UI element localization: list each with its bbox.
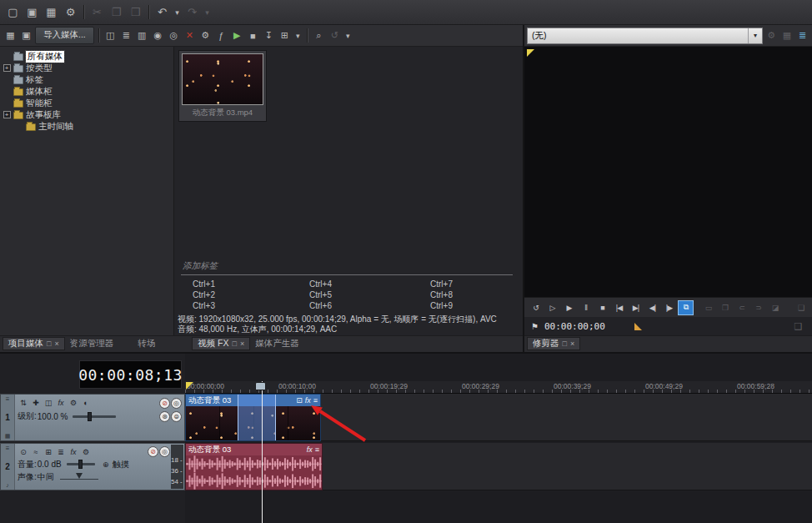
go-to-end-button[interactable]: ▶| <box>628 300 644 315</box>
automation-mode-label[interactable]: 触摸 <box>113 459 129 470</box>
tab-media-generators[interactable]: 媒体产生器 <box>250 337 304 350</box>
track-fx-icon[interactable]: fx <box>68 446 79 457</box>
track-2-header[interactable]: ≡ 2 ♪ ⊙ ≈ ⊞ ≣ fx ⚙ ⊘ ◎ 音量: 0.0 dB <box>0 443 185 490</box>
play-button[interactable]: ▶ <box>561 300 577 315</box>
clip-selection-region[interactable] <box>238 395 276 440</box>
volume-slider[interactable] <box>67 463 95 465</box>
extract-audio-icon[interactable]: ◎ <box>167 28 181 43</box>
tree-item-tags[interactable]: 标签 <box>3 74 173 85</box>
go-to-start-button[interactable]: |◀ <box>611 300 627 315</box>
import-media-button[interactable]: 导入媒体... <box>35 27 94 44</box>
close-icon[interactable]: × <box>54 340 58 348</box>
trimmer-media-dropdown[interactable]: (无) ▾ <box>527 28 763 44</box>
views-icon[interactable]: ◫ <box>103 28 118 43</box>
mark-out-button[interactable]: ⊃ <box>750 300 766 315</box>
audio-track-lane[interactable]: 动态背景 03 fx ≡ <box>185 443 812 490</box>
grid-view-menu-icon[interactable]: ▾ <box>293 27 303 44</box>
auto-preview-icon[interactable]: ↧ <box>262 28 276 43</box>
float-icon[interactable]: □ <box>47 340 51 348</box>
track-1-header[interactable]: ≡ 1 ▦ ⇅ ✚ ◫ fx ⚙ ◐ ⊘ ◎ 级别: 100.0 % <box>0 394 185 441</box>
solo-button[interactable]: ◎ <box>171 398 182 409</box>
chevron-down-icon[interactable]: ▾ <box>748 28 762 43</box>
bypass-motion-blur-icon[interactable]: ◫ <box>43 398 54 409</box>
record-arm-icon[interactable]: ⊙ <box>18 446 29 457</box>
tree-item-smart-bins[interactable]: 智能柜 <box>3 98 173 108</box>
volume-value[interactable]: 0.0 dB <box>38 460 62 469</box>
tab-transitions[interactable]: 转场 <box>133 337 160 350</box>
audio-clip[interactable]: 动态背景 03 fx ≡ <box>185 443 323 490</box>
paste-button[interactable]: ❒ <box>127 3 144 21</box>
trimmer-properties-icon[interactable]: ⚙ <box>764 28 779 43</box>
pan-crop-icon[interactable]: ⊡ <box>296 397 303 405</box>
create-subclip-button[interactable]: ◪ <box>767 300 783 315</box>
tree-item-by-type[interactable]: + 按类型 <box>3 63 173 73</box>
pause-button[interactable]: ‖ <box>578 300 594 315</box>
pan-value[interactable]: 中间 <box>38 471 54 483</box>
event-menu-icon[interactable]: ≡ <box>313 397 318 405</box>
undo-button[interactable]: ↶ <box>153 3 171 21</box>
solo-button[interactable]: ◎ <box>159 446 170 457</box>
save-project-button[interactable]: ▦ <box>43 3 60 21</box>
cut-button[interactable]: ✂ <box>88 3 106 21</box>
mark-in-button[interactable]: ⊂ <box>734 300 749 315</box>
automation-settings-icon[interactable]: ⚙ <box>68 398 79 409</box>
play-from-start-button[interactable]: ▷ <box>544 300 560 315</box>
tab-trimmer[interactable]: 修剪器 □ × <box>527 337 580 350</box>
project-properties-button[interactable]: ⚙ <box>62 3 79 21</box>
overwrite-button[interactable]: ⧉ <box>678 300 694 315</box>
list-view-icon[interactable]: ≣ <box>119 28 133 43</box>
level-value[interactable]: 100.0 % <box>38 412 68 421</box>
region-select-button[interactable]: ❑ <box>793 300 809 315</box>
new-project-button[interactable]: ▢ <box>4 3 22 21</box>
search-icon[interactable]: ⌕ <box>312 28 326 43</box>
track-2-drag-handle[interactable]: ≡ 2 ♪ <box>1 444 15 490</box>
import-folder-icon[interactable]: ▣ <box>19 28 33 43</box>
automation-settings-icon[interactable]: ⚙ <box>80 446 92 457</box>
columns-view-icon[interactable]: ▥ <box>135 28 149 43</box>
copy-snapshot-button[interactable]: ❐ <box>717 300 733 315</box>
copy-button[interactable]: ❐ <box>108 3 125 21</box>
event-menu-icon[interactable]: ≡ <box>315 446 319 454</box>
playhead[interactable] <box>262 381 263 523</box>
preview-stop-icon[interactable]: ■ <box>246 28 260 43</box>
tree-item-media-bins[interactable]: 媒体柜 <box>3 86 173 97</box>
timeline-cursor-head[interactable] <box>255 382 266 390</box>
previous-frame-button[interactable]: ◀| <box>644 300 660 315</box>
stop-button[interactable]: ■ <box>594 300 610 315</box>
timeline-ruler[interactable]: 00:00:00;00 00:00:10;00 00:00:19;29 00:0… <box>185 381 812 394</box>
phase-icon[interactable]: ◐ <box>80 398 92 409</box>
redo-button[interactable]: ↷ <box>183 3 201 21</box>
close-icon[interactable]: × <box>570 340 574 348</box>
bypass-icon[interactable]: ⊜ <box>171 411 182 422</box>
capture-video-icon[interactable]: ◉ <box>151 28 165 43</box>
project-media-icon[interactable]: ▦ <box>3 28 18 43</box>
pan-slider[interactable] <box>60 473 98 480</box>
bus-icon[interactable]: ≣ <box>55 446 67 457</box>
float-icon[interactable]: □ <box>233 340 237 348</box>
compositing-mode-icon[interactable]: ⇅ <box>18 398 29 409</box>
envelope-icon[interactable]: ⊛ <box>159 411 170 422</box>
next-frame-button[interactable]: |▶ <box>661 300 677 315</box>
more-icon[interactable]: ▾ <box>343 27 353 44</box>
trimmer-save-icon[interactable]: ▦ <box>780 28 794 43</box>
slider-knob[interactable] <box>78 460 83 469</box>
mute-button[interactable]: ⊘ <box>159 398 170 409</box>
fit-region-icon[interactable]: ❑ <box>791 319 805 334</box>
track-motion-icon[interactable]: ✚ <box>30 398 42 409</box>
tab-explorer[interactable]: 资源管理器 <box>65 337 119 350</box>
redo-menu-button[interactable]: ▾ <box>203 3 212 21</box>
save-region-button[interactable]: ▭ <box>700 300 716 315</box>
event-fx-icon[interactable]: fx <box>305 397 311 405</box>
track-fx-icon[interactable]: fx <box>55 398 67 409</box>
close-icon[interactable]: × <box>240 340 244 348</box>
video-track-lane[interactable]: 动态背景 03 ⊡ fx ≡ <box>185 394 812 441</box>
open-media-button[interactable]: ↺ <box>528 300 544 315</box>
media-properties-icon[interactable]: ⚙ <box>198 28 213 43</box>
pan-knob[interactable] <box>76 473 83 479</box>
tree-item-all-media[interactable]: 所有媒体 <box>3 51 173 62</box>
timeline-timecode-display[interactable]: 00:00:08;13 <box>79 360 182 389</box>
loop-marker-icon[interactable] <box>634 323 642 330</box>
mute-button[interactable]: ⊘ <box>148 446 158 457</box>
invert-phase-icon[interactable]: ≈ <box>30 446 42 457</box>
open-project-button[interactable]: ▣ <box>23 3 41 21</box>
